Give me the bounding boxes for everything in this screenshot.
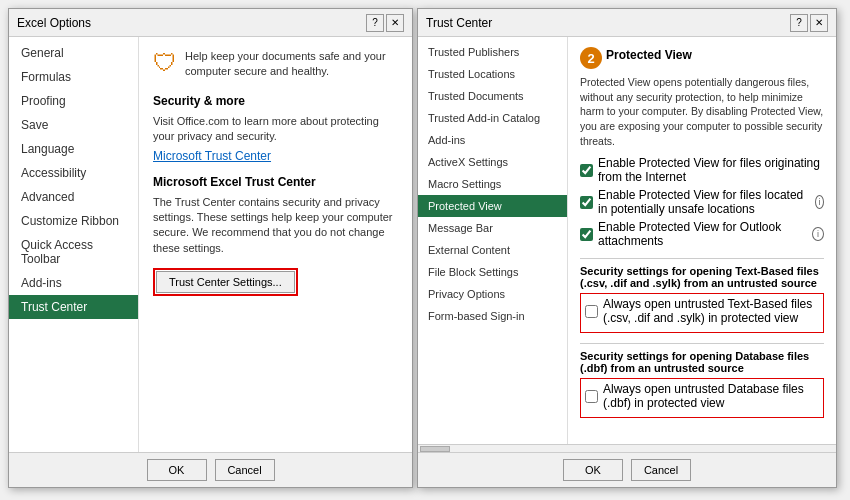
- left-footer: OK Cancel: [9, 452, 412, 487]
- tc-nav-trusted-documents[interactable]: Trusted Documents: [418, 85, 567, 107]
- horizontal-scrollbar[interactable]: [418, 444, 836, 452]
- checkbox-internet-label: Enable Protected View for files originat…: [598, 156, 824, 184]
- close-button[interactable]: ✕: [386, 14, 404, 32]
- trust-center-btn-wrap: Trust Center Settings...: [153, 268, 298, 296]
- right-body: Trusted Publishers Trusted Locations Tru…: [418, 37, 836, 444]
- right-close-button[interactable]: ✕: [810, 14, 828, 32]
- right-footer: OK Cancel: [418, 452, 836, 487]
- tc-nav-trusted-publishers[interactable]: Trusted Publishers: [418, 41, 567, 63]
- right-titlebar-buttons: ? ✕: [790, 14, 828, 32]
- tc-nav-privacy-options[interactable]: Privacy Options: [418, 283, 567, 305]
- step-2-badge: 2: [580, 47, 602, 69]
- nav-addins[interactable]: Add-ins: [9, 271, 138, 295]
- trust-center-settings-button[interactable]: Trust Center Settings...: [156, 271, 295, 293]
- left-dialog-title: Excel Options: [17, 16, 91, 30]
- checkbox-row-2: Enable Protected View for files located …: [580, 188, 824, 216]
- checkbox-database-label: Always open untrusted Database files (.d…: [603, 382, 819, 410]
- tc-nav-trusted-locations[interactable]: Trusted Locations: [418, 63, 567, 85]
- checkbox-text-based[interactable]: [585, 305, 598, 318]
- microsoft-trust-center-link[interactable]: Microsoft Trust Center: [153, 149, 271, 163]
- left-ok-button[interactable]: OK: [147, 459, 207, 481]
- right-titlebar: Trust Center ? ✕: [418, 9, 836, 37]
- scrollbar-thumb: [420, 446, 450, 452]
- tc-section-title: Protected View: [606, 48, 692, 62]
- tc-nav-file-block[interactable]: File Block Settings: [418, 261, 567, 283]
- section2-desc: The Trust Center contains security and p…: [153, 195, 398, 257]
- info-icon-2[interactable]: i: [812, 227, 824, 241]
- tc-nav-trusted-addin-catalog[interactable]: Trusted Add-in Catalog: [418, 107, 567, 129]
- nav-language[interactable]: Language: [9, 137, 138, 161]
- left-titlebar-buttons: ? ✕: [366, 14, 404, 32]
- tc-description: Protected View opens potentially dangero…: [580, 75, 824, 148]
- security-header: 🛡 Help keep your documents safe and your…: [153, 49, 398, 80]
- tc-nav: Trusted Publishers Trusted Locations Tru…: [418, 37, 568, 444]
- nav-accessibility[interactable]: Accessibility: [9, 161, 138, 185]
- tc-nav-activex[interactable]: ActiveX Settings: [418, 151, 567, 173]
- tc-nav-external-content[interactable]: External Content: [418, 239, 567, 261]
- left-cancel-button[interactable]: Cancel: [215, 459, 275, 481]
- text-based-title: Security settings for opening Text-Based…: [580, 258, 824, 289]
- tc-nav-form-signin[interactable]: Form-based Sign-in: [418, 305, 567, 327]
- text-based-checkbox-row: Always open untrusted Text-Based files (…: [580, 293, 824, 333]
- right-dialog-title: Trust Center: [426, 16, 492, 30]
- nav-general[interactable]: General: [9, 41, 138, 65]
- left-content: 🛡 Help keep your documents safe and your…: [139, 37, 412, 452]
- text-based-block: Security settings for opening Text-Based…: [580, 258, 824, 333]
- left-dialog-body: General Formulas Proofing Save Language …: [9, 37, 412, 452]
- nav-formulas[interactable]: Formulas: [9, 65, 138, 89]
- nav-quick-access[interactable]: Quick Access Toolbar: [9, 233, 138, 271]
- checkbox-text-based-label: Always open untrusted Text-Based files (…: [603, 297, 819, 325]
- shield-icon: 🛡: [153, 49, 177, 77]
- tc-nav-addins[interactable]: Add-ins: [418, 129, 567, 151]
- checkbox-outlook-label: Enable Protected View for Outlook attach…: [598, 220, 804, 248]
- section1-desc: Visit Office.com to learn more about pro…: [153, 114, 398, 145]
- help-button[interactable]: ?: [366, 14, 384, 32]
- checkbox-internet[interactable]: [580, 164, 593, 177]
- database-title: Security settings for opening Database f…: [580, 343, 824, 374]
- info-icon-1[interactable]: i: [815, 195, 824, 209]
- trust-center-dialog: Trust Center ? ✕ Trusted Publishers Trus…: [417, 8, 837, 488]
- section1-title: Security & more: [153, 94, 398, 108]
- nav-save[interactable]: Save: [9, 113, 138, 137]
- checkbox-outlook[interactable]: [580, 228, 593, 241]
- left-nav: General Formulas Proofing Save Language …: [9, 37, 139, 452]
- checkbox-unsafe-label: Enable Protected View for files located …: [598, 188, 807, 216]
- security-header-text: Help keep your documents safe and your c…: [185, 49, 398, 80]
- database-checkbox-row: Always open untrusted Database files (.d…: [580, 378, 824, 418]
- nav-advanced[interactable]: Advanced: [9, 185, 138, 209]
- nav-proofing[interactable]: Proofing: [9, 89, 138, 113]
- checkbox-unsafe-locations[interactable]: [580, 196, 593, 209]
- database-block: Security settings for opening Database f…: [580, 343, 824, 418]
- tc-title-row: 2 Protected View: [580, 47, 824, 69]
- tc-nav-macro[interactable]: Macro Settings: [418, 173, 567, 195]
- nav-trust-center[interactable]: Trust Center: [9, 295, 138, 319]
- checkbox-row-3: Enable Protected View for Outlook attach…: [580, 220, 824, 248]
- tc-nav-message-bar[interactable]: Message Bar: [418, 217, 567, 239]
- section2-title: Microsoft Excel Trust Center: [153, 175, 398, 189]
- checkbox-row-1: Enable Protected View for files originat…: [580, 156, 824, 184]
- tc-content: 2 Protected View Protected View opens po…: [568, 37, 836, 444]
- left-titlebar: Excel Options ? ✕: [9, 9, 412, 37]
- checkbox-database[interactable]: [585, 390, 598, 403]
- tc-nav-protected-view[interactable]: Protected View: [418, 195, 567, 217]
- right-help-button[interactable]: ?: [790, 14, 808, 32]
- nav-customize-ribbon[interactable]: Customize Ribbon: [9, 209, 138, 233]
- right-cancel-button[interactable]: Cancel: [631, 459, 691, 481]
- excel-options-dialog: Excel Options ? ✕ General Formulas Proof…: [8, 8, 413, 488]
- right-ok-button[interactable]: OK: [563, 459, 623, 481]
